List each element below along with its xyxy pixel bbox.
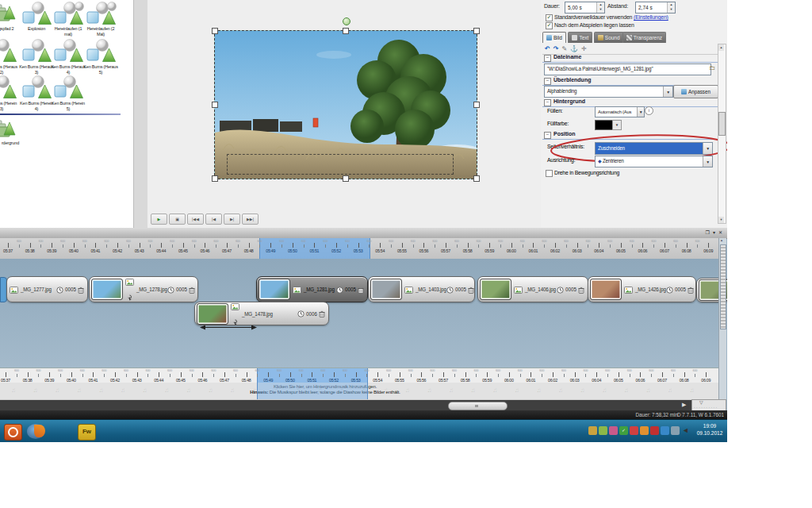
tray-icon-2[interactable] bbox=[599, 426, 607, 435]
trash-icon[interactable] bbox=[578, 283, 584, 297]
tab-text[interactable]: Text bbox=[568, 32, 592, 43]
collapse-icon[interactable]: − bbox=[544, 99, 551, 106]
default-duration-checkbox[interactable]: ✓ bbox=[546, 14, 553, 21]
effect-label[interactable]: Ken Burns (Heraus 5) bbox=[83, 64, 118, 75]
scroll-right-icon[interactable]: ▶ bbox=[682, 402, 686, 408]
next-button[interactable]: ▶| bbox=[224, 214, 240, 225]
spinner-arrows-icon[interactable]: ▲▼ bbox=[667, 2, 675, 13]
collapse-icon[interactable]: − bbox=[544, 132, 551, 139]
tab-bild[interactable]: Bild bbox=[542, 32, 566, 43]
spinner-arrows-icon[interactable]: ▲▼ bbox=[596, 2, 604, 13]
chevron-down-icon[interactable]: ▼ bbox=[703, 143, 712, 154]
taskbar-clock[interactable]: 19:0909.10.2012 bbox=[693, 422, 726, 437]
settings-link[interactable]: (Einstellungen) bbox=[634, 14, 668, 20]
chevron-down-icon[interactable]: ▼ bbox=[612, 120, 622, 130]
rotate-handle[interactable] bbox=[343, 17, 350, 25]
effect-label[interactable]: Hereinlaufen (1 mal) bbox=[51, 26, 86, 37]
fill-color-swatch[interactable] bbox=[595, 120, 614, 130]
trash-icon[interactable] bbox=[358, 283, 364, 297]
tray-icon-9[interactable] bbox=[671, 426, 680, 435]
effect-label[interactable]: Ken Burns (Heraus 4) bbox=[51, 64, 86, 75]
trash-icon[interactable] bbox=[468, 283, 474, 297]
tab-transparenz[interactable]: Transparenz bbox=[622, 32, 666, 43]
effect-label[interactable]: Hereinlaufen (2 Mal) bbox=[83, 26, 118, 37]
frame-button[interactable]: ▣ bbox=[169, 214, 186, 225]
redo-icon[interactable]: ↷ bbox=[553, 44, 559, 54]
selection-handle[interactable] bbox=[212, 102, 218, 108]
tray-icon-6[interactable] bbox=[640, 426, 649, 435]
effect-label[interactable]: egungspfad 2 bbox=[0, 26, 19, 32]
timeline-item[interactable]: _MG_1406.jpg0005 bbox=[477, 276, 588, 302]
collapse-icon[interactable]: − bbox=[544, 78, 551, 85]
selection-handle[interactable] bbox=[343, 175, 349, 182]
effect-label[interactable]: Ken Burns (Herein 4) bbox=[19, 101, 54, 111]
scrollbar-thumb[interactable] bbox=[718, 112, 726, 136]
play-button[interactable]: ▶ bbox=[151, 214, 167, 225]
selection-handle[interactable] bbox=[473, 175, 480, 182]
trash-icon[interactable] bbox=[78, 283, 84, 297]
pen-icon[interactable]: ✎ bbox=[561, 44, 567, 54]
text-area-selection[interactable] bbox=[227, 154, 454, 175]
scroll-up-icon[interactable]: ▲ bbox=[718, 44, 724, 51]
duration-spinbox[interactable]: 5,00 s▲▼ bbox=[565, 2, 605, 13]
chevron-down-icon[interactable]: ▼ bbox=[703, 156, 712, 167]
restore-icon[interactable]: ❐ bbox=[706, 229, 710, 235]
chevron-down-icon[interactable]: ▼ bbox=[637, 107, 644, 117]
tray-icon-10[interactable]: ◄ bbox=[681, 426, 690, 435]
firefox-icon[interactable] bbox=[27, 424, 44, 439]
move-icon[interactable]: ✛ bbox=[581, 44, 587, 54]
timeline-header[interactable]: ❐ ▾ ✕ bbox=[0, 228, 727, 239]
effect-label[interactable]: en Burns (Herein 3) bbox=[0, 101, 19, 111]
timeline-item[interactable]: _MG_1278.jpg0005 bbox=[89, 276, 198, 302]
selection-handle[interactable] bbox=[343, 28, 349, 34]
hscrollbar-thumb[interactable] bbox=[448, 402, 508, 410]
timeline-track[interactable]: 2,74 s _MG_1277.jpg0005_MG_1278.jpg0005_… bbox=[0, 259, 718, 368]
selection-handle[interactable] bbox=[212, 28, 218, 34]
timeline-item[interactable]: _MG_1426.jpg0005 bbox=[588, 276, 696, 302]
alignment-dropdown[interactable]: ◆ Zentrieren▼ bbox=[595, 156, 713, 167]
timeline-ruler-top[interactable]: 05:3760005:3860005:3960005:4060005:41600… bbox=[0, 238, 718, 260]
preview-image[interactable] bbox=[214, 30, 477, 179]
timeline-item[interactable]: _MG_1403.jpg0005 bbox=[368, 276, 475, 302]
panel-splitter[interactable] bbox=[133, 0, 149, 228]
timeline-vscrollbar[interactable]: ▲ bbox=[718, 238, 726, 399]
adjust-button[interactable]: Anpassen bbox=[673, 85, 718, 98]
prev-button[interactable]: |◀ bbox=[205, 214, 222, 225]
timeline-ruler-bottom[interactable]: 05:3760005:3860005:3960005:4060005:41600… bbox=[0, 368, 718, 383]
fill-dropdown[interactable]: Automatisch (Aus▼ bbox=[595, 106, 645, 117]
tab-sound[interactable]: Sound bbox=[594, 32, 624, 43]
music-track[interactable]: Klicken Sie hier, um Hintergrundmusik hi… bbox=[0, 383, 718, 399]
timeline-hscrollbar[interactable]: ▶ bbox=[0, 399, 718, 410]
info-icon[interactable]: i bbox=[645, 106, 653, 115]
effect-label[interactable]: Ken Burns (Heraus 3) bbox=[19, 64, 54, 75]
rotate-in-motion-checkbox[interactable] bbox=[546, 170, 553, 177]
trash-icon[interactable] bbox=[189, 283, 195, 297]
gap-spinbox[interactable]: 2,74 s▲▼ bbox=[635, 2, 676, 13]
pin-icon[interactable]: ▾ bbox=[713, 229, 715, 235]
selection-handle[interactable] bbox=[212, 175, 218, 182]
aspect-ratio-dropdown[interactable]: Zuschneiden▼ bbox=[595, 142, 713, 155]
anchor-icon[interactable]: ⚓ bbox=[570, 44, 578, 54]
tray-icon-3[interactable] bbox=[609, 426, 618, 435]
effect-label[interactable]: Explosion bbox=[19, 26, 54, 32]
timeline-item[interactable]: _MG_1281.jpg0005 bbox=[256, 276, 368, 302]
chevron-down-icon[interactable]: ▼ bbox=[663, 87, 672, 97]
tray-icon-8[interactable] bbox=[661, 426, 669, 435]
selection-handle[interactable] bbox=[473, 28, 480, 34]
timeline-item[interactable]: _MG_1478.jpg0006 bbox=[194, 302, 329, 325]
slider-marker-icon[interactable]: ▽ bbox=[699, 399, 703, 405]
tray-icon-7[interactable] bbox=[650, 426, 659, 435]
properties-scrollbar[interactable]: ▲ ▼ bbox=[718, 44, 726, 224]
close-icon[interactable]: ✕ bbox=[718, 229, 722, 235]
last-button[interactable]: ▶▶| bbox=[242, 214, 259, 225]
blend-dropdown[interactable]: Alphablending▼ bbox=[544, 86, 673, 98]
scroll-up-icon[interactable]: ▲ bbox=[720, 238, 723, 242]
keep-after-play-checkbox[interactable]: ✓ bbox=[546, 22, 553, 29]
fireworks-icon[interactable]: Fw bbox=[78, 424, 96, 441]
timeline-item[interactable]: _MG_1277.jpg0005 bbox=[6, 276, 88, 302]
first-button[interactable]: |◀◀ bbox=[187, 214, 204, 225]
undo-icon[interactable]: ↶ bbox=[545, 44, 550, 54]
timeline-zoom-slider[interactable]: ▽ ·········· bbox=[691, 399, 726, 410]
selection-handle[interactable] bbox=[473, 102, 480, 108]
vscrollbar-thumb[interactable] bbox=[720, 244, 726, 329]
